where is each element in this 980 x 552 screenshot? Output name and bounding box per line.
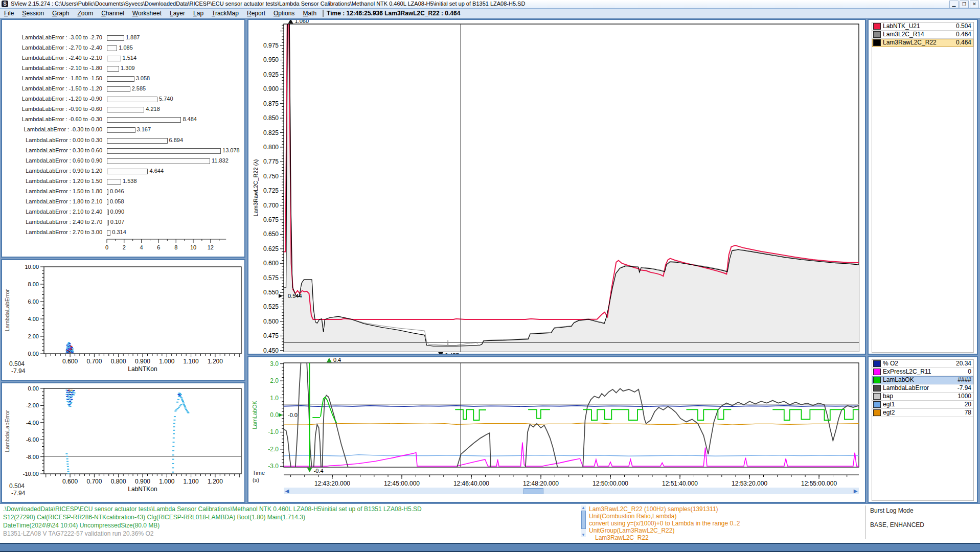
menu-graph[interactable]: Graph <box>48 10 73 17</box>
legend-row-lamlabok[interactable]: LamLabOK#### <box>872 376 973 384</box>
legend-row-egt2[interactable]: egt278 <box>872 409 973 417</box>
legend-row-lam3rawl2c-r22[interactable]: Lam3RawL2C_R220.464 <box>872 39 973 47</box>
channel-color-swatch <box>873 31 881 38</box>
scatter-bottom-canvas[interactable]: -10.00-8.00-6.00-4.00-2.000.000.6000.700… <box>2 383 244 502</box>
bin-value: 0.090 <box>110 209 125 215</box>
scroll-left-icon[interactable]: ◀ <box>284 488 290 494</box>
menu-session[interactable]: Session <box>18 10 48 17</box>
svg-text:0.975: 0.975 <box>263 42 279 49</box>
menu-lap[interactable]: Lap <box>189 10 208 17</box>
time-scrollbar[interactable]: ◀ ▶ <box>284 488 859 494</box>
mini-scroll-thumb[interactable] <box>581 511 586 529</box>
scroll-up-icon[interactable]: ▲ <box>581 505 586 510</box>
cursor-y-value: -7.94 <box>11 490 25 497</box>
bin-label: LambdaLabError : -2.10 to -1.80 <box>2 65 102 71</box>
svg-text:12:51:40.000: 12:51:40.000 <box>662 480 698 487</box>
legend-row-expressl2c-r11[interactable]: ExPressL2C_R110 <box>872 368 973 376</box>
histogram-row: LambdaLabError : 1.20 to 1.501.538 <box>2 178 242 185</box>
menu-report[interactable]: Report <box>243 10 269 17</box>
menu-math[interactable]: Math <box>299 10 321 17</box>
bottom-chart-canvas[interactable]: -3.0-2.0-1.00.01.02.03.00.4-0.0-0.4LamLa… <box>248 357 865 487</box>
bin-bar <box>107 189 108 195</box>
svg-text:12:45:00.000: 12:45:00.000 <box>384 480 420 487</box>
bin-value: 4.218 <box>146 106 160 112</box>
histogram-row: LambdaLabError : -1.20 to -0.905.740 <box>2 96 242 103</box>
legend-bottom-list: % O220.34ExPressL2C_R110LamLabOK####Lamb… <box>872 359 974 501</box>
scroll-right-icon[interactable]: ▶ <box>852 488 859 494</box>
histogram-panel[interactable]: LambdaLabError : -3.00 to -2.701.887Lamb… <box>1 19 245 258</box>
svg-text:0.0: 0.0 <box>270 411 279 419</box>
bin-bar <box>107 179 121 185</box>
channel-name: ExPressL2C_R11 <box>883 368 931 376</box>
window-controls: ▁❐✕ <box>949 1 979 8</box>
scroll-down-icon[interactable]: ▼ <box>581 533 586 537</box>
restore-button[interactable]: ❐ <box>960 1 969 8</box>
scatter-top-panel[interactable]: 0.002.004.006.008.0010.000.6000.7000.800… <box>1 259 245 381</box>
svg-text:4.00: 4.00 <box>28 316 39 322</box>
svg-text:0.700: 0.700 <box>263 202 279 209</box>
svg-text:1.200: 1.200 <box>208 478 223 485</box>
legend-row--o2[interactable]: % O220.34 <box>872 360 973 368</box>
bin-value: 13.078 <box>222 147 240 153</box>
bin-bar <box>107 97 157 102</box>
svg-text:Lam3RawL2C_R22 (λ): Lam3RawL2C_R22 (λ) <box>253 159 259 217</box>
main-chart-panel[interactable]: 0.4500.4750.5000.5250.5500.5750.6000.625… <box>247 19 866 355</box>
bin-bar <box>107 148 221 154</box>
svg-text:1.0: 1.0 <box>270 395 279 402</box>
histogram-row: LambdaLabError : 0.00 to 0.306.894 <box>2 137 242 144</box>
svg-text:10: 10 <box>190 244 196 250</box>
menu-options[interactable]: Options <box>269 10 299 17</box>
bin-value: 0.314 <box>112 229 126 235</box>
legend-row-lam3l2c-r14[interactable]: Lam3L2C_R140.464 <box>872 31 973 39</box>
menu-bar: FileSessionGraphZoomChannelWorksheetLaye… <box>0 9 980 18</box>
channel-value: 1000 <box>958 393 971 400</box>
bin-value: 4.644 <box>149 168 164 174</box>
menu-channel[interactable]: Channel <box>97 10 128 17</box>
scatter-top-canvas[interactable]: 0.002.004.006.008.0010.000.6000.7000.800… <box>2 260 244 380</box>
channel-value: 0.504 <box>956 22 971 30</box>
svg-text:-6.00: -6.00 <box>26 436 39 443</box>
channel-value: 0.464 <box>956 31 971 38</box>
status-bar: .\DownloadedData\RICESP\ECU sensor actua… <box>0 503 980 543</box>
bin-label: LambdaLabError : 2.70 to 3.00 <box>2 229 102 235</box>
bottom-chart-panel[interactable]: -3.0-2.0-1.00.01.02.03.00.4-0.0-0.4LamLa… <box>247 356 866 503</box>
burst-log-value: BASE, ENHANCED <box>870 521 924 528</box>
bin-label: LambdaLabError : -0.30 to 0.00 <box>2 126 102 132</box>
svg-text:0.550: 0.550 <box>263 289 279 296</box>
bin-label: LambdaLabError : -1.80 to -1.50 <box>2 75 102 81</box>
close-button[interactable]: ✕ <box>970 1 979 8</box>
legend-row-egt1[interactable]: egt120 <box>872 401 973 409</box>
bin-bar <box>107 76 134 82</box>
scatter-bottom-panel[interactable]: -10.00-8.00-6.00-4.00-2.000.000.6000.700… <box>1 382 245 503</box>
bin-label: LambdaLabError : 0.90 to 1.20 <box>2 168 102 174</box>
svg-text:0.700: 0.700 <box>86 478 102 485</box>
svg-text:-10.00: -10.00 <box>23 471 39 477</box>
legend-row-bap[interactable]: bap1000 <box>872 393 973 401</box>
workspace: LambdaLabError : -3.00 to -2.701.887Lamb… <box>0 18 980 503</box>
bin-label: LambdaLabError : 0.30 to 0.60 <box>2 147 102 153</box>
menu-worksheet[interactable]: Worksheet <box>128 10 166 17</box>
legend-row-lambdalaberror[interactable]: LambdaLabError-7.94 <box>872 384 973 393</box>
channel-color-swatch <box>873 377 881 383</box>
menu-zoom[interactable]: Zoom <box>73 10 97 17</box>
svg-text:1.000: 1.000 <box>159 478 174 485</box>
status-mini-scrollbar[interactable]: ▲ ▼ <box>581 505 586 537</box>
histogram-row: LambdaLabError : 0.90 to 1.204.644 <box>2 168 242 175</box>
bin-bar <box>107 230 110 236</box>
menu-trackmap[interactable]: TrackMap <box>208 10 243 17</box>
menu-layer[interactable]: Layer <box>166 10 189 17</box>
toolbar-separator <box>323 10 324 17</box>
svg-text:3.0: 3.0 <box>270 360 279 367</box>
legend-row-labntk-u21[interactable]: LabNTK_U210.504 <box>872 22 973 31</box>
minimize-button[interactable]: ▁ <box>949 1 959 8</box>
channel-value: 0.464 <box>956 39 971 47</box>
main-chart-canvas[interactable]: 0.4500.4750.5000.5250.5500.5750.6000.625… <box>248 20 865 354</box>
bin-value: 6.894 <box>169 137 184 143</box>
svg-text:1.200: 1.200 <box>208 358 223 365</box>
menu-file[interactable]: File <box>0 10 18 17</box>
scroll-thumb[interactable] <box>523 488 543 494</box>
svg-text:2.00: 2.00 <box>28 333 39 339</box>
legend-top-panel: LabNTK_U210.504Lam3L2C_R140.464Lam3RawL2… <box>868 19 978 355</box>
histogram-row: LambdaLabError : 2.40 to 2.700.107 <box>2 219 242 226</box>
app-window: S SView 2.15.274 : C:\Users\Public\Docum… <box>0 0 980 552</box>
